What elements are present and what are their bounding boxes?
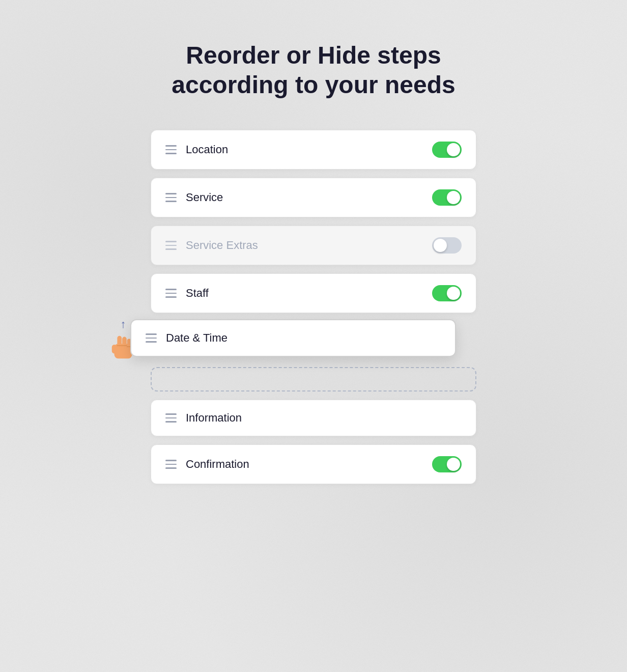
drag-handle-confirmation[interactable] [165,460,177,469]
toggle-location[interactable] [432,142,462,158]
toggle-staff[interactable] [432,285,462,301]
toggle-track-staff [432,285,462,301]
step-row-confirmation[interactable]: Confirmation [151,444,476,484]
step-row-service-extras[interactable]: Service Extras [151,226,476,265]
toggle-track-service-extras [432,237,462,254]
drag-arrow-icon: ↑ [121,319,126,330]
step-left: Confirmation [165,458,249,471]
steps-list: Location Service [151,130,476,484]
step-label-location: Location [186,143,228,156]
step-row-information[interactable]: Information [151,400,476,436]
step-label-service-extras: Service Extras [186,239,258,252]
drag-handle-service-extras[interactable] [165,241,177,250]
toggle-thumb-service [447,191,460,204]
toggle-thumb-confirmation [447,458,460,471]
drag-handle-service[interactable] [165,193,177,202]
step-row-placeholder [151,367,476,391]
toggle-service[interactable] [432,189,462,206]
toggle-track-confirmation [432,456,462,472]
step-label-service: Service [186,191,223,204]
step-label-staff: Staff [186,287,209,300]
toggle-thumb-staff [447,287,460,300]
step-left: Service Extras [165,239,258,252]
toggle-confirmation[interactable] [432,456,462,472]
drag-handle-location[interactable] [165,145,177,154]
step-row-staff[interactable]: Staff [151,273,476,313]
step-row-location[interactable]: Location [151,130,476,170]
svg-rect-1 [112,345,117,353]
toggle-track-service [432,189,462,206]
toggle-track-location [432,142,462,158]
step-left: Service [165,191,223,204]
page-title: Reorder or Hide steps according to your … [172,41,455,99]
drag-indicator-area: ↑ [151,321,476,359]
step-left: Date & Time [146,331,227,345]
step-row-service[interactable]: Service [151,178,476,217]
toggle-thumb-location [447,143,460,156]
step-label-information: Information [186,411,242,425]
toggle-thumb-service-extras [434,239,447,252]
step-left: Location [165,143,228,156]
drag-handle-staff[interactable] [165,289,177,298]
step-left: Information [165,411,242,425]
step-label-date-time: Date & Time [166,331,227,345]
step-left: Staff [165,287,209,300]
step-row-date-time[interactable]: Date & Time [130,319,456,357]
drag-handle-information[interactable] [165,413,177,423]
main-content: Reorder or Hide steps according to your … [151,41,476,484]
drag-handle-date-time[interactable] [146,333,157,343]
step-label-confirmation: Confirmation [186,458,249,471]
toggle-service-extras[interactable] [432,237,462,254]
